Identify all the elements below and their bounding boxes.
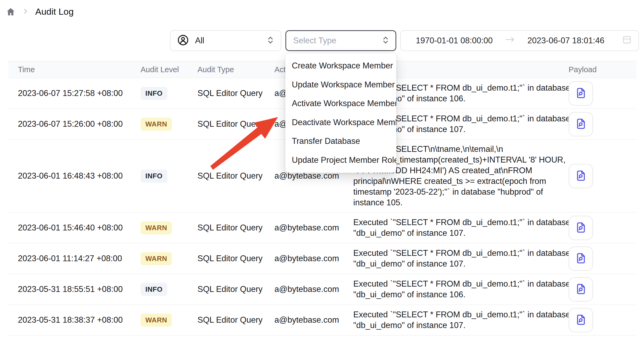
dropdown-option[interactable]: Update Workspace Member	[285, 75, 396, 94]
audit-level-badge: WARN	[141, 118, 172, 131]
comment-line: Executed `"SELECT * FROM db_ui_demo.t1;"…	[353, 248, 560, 259]
audit-comment: Executed `"SELECT * FROM db_ui_demo.t1;"…	[353, 244, 560, 273]
audit-level-badge: INFO	[141, 170, 167, 183]
audit-actor: a@bytebase.com	[274, 315, 353, 325]
audit-level-badge: WARN	[141, 314, 172, 327]
file-search-icon	[575, 221, 587, 234]
comment-line: Executed `"SELECT * FROM db_ui_demo.t1;"…	[353, 217, 560, 228]
comment-line: Executed `"SELECT * FROM db_ui_demo.t1;"…	[353, 279, 560, 289]
partial-next-row	[8, 336, 637, 339]
audit-time: 2023-06-01 15:46:40 +08:00	[8, 223, 141, 233]
table-row: 2023-05-31 18:55:51 +08:00 INFO SQL Edit…	[8, 274, 637, 305]
header-time: Time	[8, 65, 141, 74]
file-search-icon	[575, 314, 587, 327]
type-filter-placeholder: Select Type	[293, 36, 336, 45]
audit-actor: a@bytebase.com	[274, 284, 353, 294]
comment-line: Executed `"SELECT * FROM db_ui_demo.t1;"…	[353, 309, 560, 320]
audit-level-badge: INFO	[141, 87, 167, 100]
comment-line: "db_ui_demo" of instance 107.	[353, 259, 560, 269]
chevron-right-icon	[22, 8, 29, 16]
audit-type: SQL Editor Query	[197, 315, 274, 325]
dropdown-option[interactable]: Transfer Database	[285, 132, 396, 151]
audit-type: SQL Editor Query	[197, 284, 274, 294]
file-search-icon	[575, 252, 587, 265]
table-row: 2023-06-01 15:46:40 +08:00 WARN SQL Edit…	[8, 213, 637, 243]
audit-level-badge: WARN	[141, 252, 172, 265]
audit-type: SQL Editor Query	[197, 223, 274, 233]
file-search-icon	[575, 283, 587, 296]
file-search-icon	[575, 118, 587, 131]
audit-actor: a@bytebase.com	[274, 223, 353, 233]
view-payload-button[interactable]	[569, 277, 593, 302]
dropdown-option[interactable]: Create Workspace Member	[285, 56, 396, 75]
arrow-right-icon	[505, 36, 515, 46]
header-audit-level: Audit Level	[141, 65, 197, 74]
view-payload-button[interactable]	[569, 246, 593, 271]
table-row: 2023-05-31 18:38:37 +08:00 WARN SQL Edit…	[8, 305, 637, 336]
filter-bar: All Select Type 1970-01-01 08:00:00 2023…	[170, 30, 639, 51]
date-range-end[interactable]: 2023-06-07 18:01:46	[527, 36, 604, 45]
comment-line: instance 105.	[353, 197, 560, 208]
dropdown-option[interactable]: Update Project Member Role	[285, 151, 396, 170]
type-dropdown-menu: Create Workspace MemberUpdate Workspace …	[285, 53, 396, 173]
home-icon[interactable]	[6, 7, 15, 17]
date-range-picker[interactable]: 1970-01-01 08:00:00 2023-06-07 18:01:46	[400, 30, 639, 51]
breadcrumb: Audit Log	[6, 6, 74, 17]
audit-time: 2023-06-01 16:48:43 +08:00	[8, 171, 141, 181]
view-payload-button[interactable]	[569, 112, 593, 136]
audit-type: SQL Editor Query	[197, 254, 274, 263]
date-range-start[interactable]: 1970-01-01 08:00:00	[416, 36, 493, 45]
page-title: Audit Log	[35, 6, 74, 17]
comment-line: "db_ui_demo" of instance 106.	[353, 289, 560, 300]
chevron-up-down-icon	[382, 35, 390, 46]
audit-comment: Executed `"SELECT * FROM db_ui_demo.t1;"…	[353, 274, 560, 304]
table-row: 2023-06-01 11:14:27 +08:00 WARN SQL Edit…	[8, 243, 637, 274]
calendar-icon	[622, 34, 632, 47]
audit-type: SQL Editor Query	[197, 119, 274, 129]
audit-comment: Executed `"SELECT * FROM db_ui_demo.t1;"…	[353, 305, 560, 335]
view-payload-button[interactable]	[569, 216, 593, 240]
header-audit-type: Audit Type	[197, 65, 274, 74]
audit-comment: Executed `"SELECT * FROM db_ui_demo.t1;"…	[353, 213, 560, 243]
audit-time: 2023-05-31 18:55:51 +08:00	[8, 284, 141, 294]
dropdown-option[interactable]: Deactivate Workspace Member	[285, 113, 396, 132]
audit-actor: a@bytebase.com	[274, 254, 353, 263]
chevron-up-down-icon	[266, 35, 274, 46]
audit-level-badge: WARN	[141, 221, 172, 234]
audit-type: SQL Editor Query	[197, 171, 274, 181]
audit-time: 2023-06-01 11:14:27 +08:00	[8, 254, 141, 263]
audit-time: 2023-05-31 18:38:37 +08:00	[8, 315, 141, 325]
actor-filter-value: All	[195, 36, 204, 45]
view-payload-button[interactable]	[569, 164, 593, 188]
view-payload-button[interactable]	[569, 81, 593, 106]
file-search-icon	[575, 170, 587, 183]
header-payload: Payload	[560, 65, 637, 74]
audit-time: 2023-06-07 15:26:00 +08:00	[8, 119, 141, 129]
file-search-icon	[575, 87, 587, 100]
comment-line: "db_ui_demo" of instance 107.	[353, 228, 560, 238]
audit-level-badge: INFO	[141, 283, 167, 296]
view-payload-button[interactable]	[569, 308, 593, 332]
comment-line: timestamp '2023-05-22');"` in database "…	[353, 187, 560, 197]
person-circle-icon	[177, 34, 189, 47]
audit-type: SQL Editor Query	[197, 88, 274, 98]
type-filter-select[interactable]: Select Type	[285, 30, 396, 51]
actor-filter-select[interactable]: All	[170, 30, 281, 51]
comment-line: "db_ui_demo" of instance 107.	[353, 320, 560, 331]
comment-line: principal\nWHERE created_ts >= extract(e…	[353, 176, 560, 187]
audit-time: 2023-06-07 15:27:58 +08:00	[8, 88, 141, 98]
dropdown-option[interactable]: Activate Workspace Member	[285, 94, 396, 113]
